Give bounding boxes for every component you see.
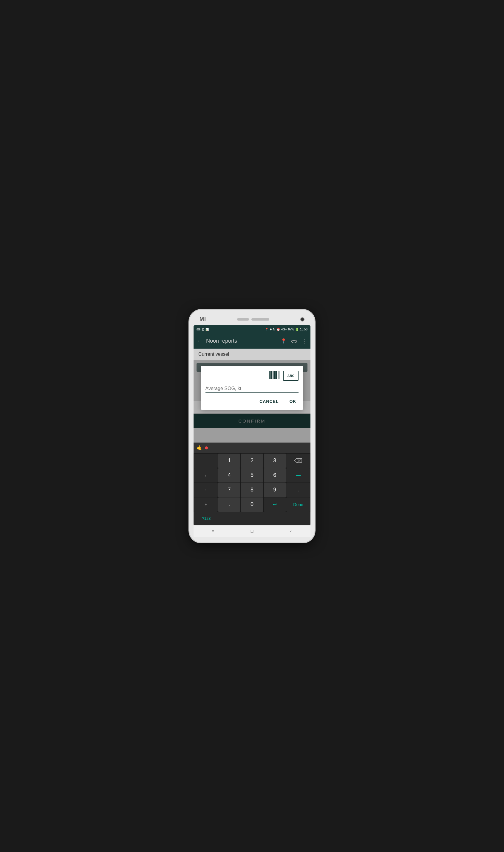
nav-menu-button[interactable]: ≡ <box>207 527 219 536</box>
barcode-icon[interactable] <box>269 371 280 381</box>
key-comma[interactable]: , <box>286 483 310 497</box>
current-vessel-label: Current vessel <box>194 349 310 360</box>
chart-icon: 📊 <box>205 328 209 331</box>
image-icon: 🖼 <box>202 328 204 331</box>
svg-rect-2 <box>269 371 270 379</box>
key-colon[interactable]: : <box>194 483 218 497</box>
svg-rect-3 <box>270 371 271 379</box>
key-3[interactable]: 3 <box>264 454 286 468</box>
average-sog-input[interactable] <box>205 385 299 393</box>
dialog-buttons: CANCEL OK <box>205 398 299 405</box>
nfc-icon: N <box>273 328 275 331</box>
top-sensors <box>237 318 269 321</box>
phone-device: MI ⌨ 🖼 📊 📍 ✱ N ⏰ 4G+ 67% 🔋 10:56 <box>190 310 314 542</box>
key-done[interactable]: Done <box>286 497 310 512</box>
content-body: ABC CANCEL OK <box>194 360 310 442</box>
svg-rect-6 <box>273 371 275 379</box>
key-minus[interactable]: - <box>194 454 218 468</box>
nav-home-button[interactable]: □ <box>246 527 258 536</box>
top-bezel: MI <box>194 313 310 325</box>
speaker-grill-2 <box>251 318 269 321</box>
input-dialog: ABC CANCEL OK <box>201 366 304 410</box>
record-indicator <box>205 447 208 449</box>
key-1[interactable]: 1 <box>218 454 240 468</box>
key-6[interactable]: 6 <box>264 468 286 483</box>
key-plus[interactable]: + <box>194 497 218 512</box>
location-toolbar-icon[interactable]: 📍 <box>281 338 287 344</box>
svg-rect-5 <box>273 371 273 379</box>
front-camera <box>300 317 305 322</box>
keyboard-icon: ⌨ <box>197 328 200 331</box>
key-slash[interactable]: / <box>194 468 218 483</box>
signal-label: 4G+ <box>281 328 287 331</box>
key-2[interactable]: 2 <box>241 454 263 468</box>
status-bar: ⌨ 🖼 📊 📍 ✱ N ⏰ 4G+ 67% 🔋 10:56 <box>194 325 310 334</box>
key-enter[interactable]: — <box>286 468 310 483</box>
dialog-overlay: ABC CANCEL OK <box>194 360 310 442</box>
dialog-icons-row: ABC <box>205 371 299 381</box>
location-icon: 📍 <box>265 328 268 331</box>
mi-logo: MI <box>199 316 206 322</box>
app-content: Current vessel <box>194 349 310 525</box>
svg-rect-4 <box>271 371 272 379</box>
abc-scan-icon[interactable]: ABC <box>283 371 299 381</box>
battery-label: 67% <box>288 328 294 331</box>
app-toolbar: ← Noon reports 📍 ⋮ <box>194 334 310 349</box>
keyboard-area: 🤙 - 1 2 3 ⌫ / 4 5 6 — <box>194 442 310 525</box>
status-left: ⌨ 🖼 📊 <box>197 328 209 331</box>
battery-icon: 🔋 <box>295 328 299 331</box>
key-undo[interactable]: ↩ <box>264 497 286 512</box>
cloud-upload-icon[interactable] <box>291 338 297 344</box>
key-mode[interactable]: ?123 <box>196 513 217 524</box>
gesture-icon: 🤙 <box>197 445 202 451</box>
svg-rect-8 <box>276 371 277 379</box>
toolbar-title: Noon reports <box>206 338 277 344</box>
key-7[interactable]: 7 <box>218 483 240 497</box>
bottom-nav-bar: ≡ □ ‹ <box>194 525 310 537</box>
key-dot[interactable]: . <box>218 497 240 512</box>
toolbar-icons: 📍 ⋮ <box>281 338 307 344</box>
key-4[interactable]: 4 <box>218 468 240 483</box>
svg-rect-7 <box>275 371 276 379</box>
alarm-icon: ⏰ <box>276 328 280 331</box>
key-backspace[interactable]: ⌫ <box>286 454 310 468</box>
key-9[interactable]: 9 <box>264 483 286 497</box>
nav-back-button[interactable]: ‹ <box>285 527 297 536</box>
more-options-icon[interactable]: ⋮ <box>302 338 307 344</box>
back-button[interactable]: ← <box>197 338 202 344</box>
keyboard-top-bar: 🤙 <box>194 442 310 453</box>
phone-screen: ⌨ 🖼 📊 📍 ✱ N ⏰ 4G+ 67% 🔋 10:56 ← Noon rep… <box>194 325 310 525</box>
time-label: 10:56 <box>300 328 307 331</box>
ok-button[interactable]: OK <box>287 398 299 405</box>
bluetooth-icon: ✱ <box>270 328 272 331</box>
cancel-button[interactable]: CANCEL <box>257 398 281 405</box>
status-right: 📍 ✱ N ⏰ 4G+ 67% 🔋 10:56 <box>265 328 307 331</box>
speaker-grill <box>237 318 249 321</box>
key-0[interactable]: 0 <box>241 497 263 512</box>
input-container <box>205 385 299 393</box>
keyboard-grid: - 1 2 3 ⌫ / 4 5 6 — : 7 8 9 , <box>194 453 310 512</box>
svg-rect-10 <box>278 371 280 379</box>
svg-rect-9 <box>278 371 278 379</box>
key-8[interactable]: 8 <box>241 483 263 497</box>
key-5[interactable]: 5 <box>241 468 263 483</box>
